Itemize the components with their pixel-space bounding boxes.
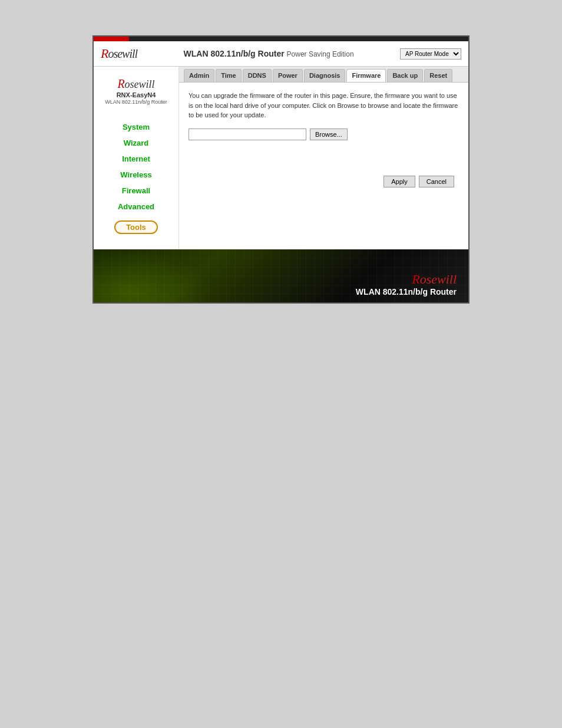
- sidebar-link-firewall[interactable]: Firewall: [122, 186, 150, 195]
- sidebar-link-internet[interactable]: Internet: [122, 154, 150, 163]
- sidebar-item-advanced[interactable]: Advanced: [94, 199, 178, 215]
- sidebar-link-wizard[interactable]: Wizard: [124, 139, 149, 147]
- footer-logo: Rosewill: [356, 272, 457, 287]
- nav-tabs-bar: Admin Time DDNS Power Diagnosis Firmware…: [179, 67, 468, 83]
- sidebar: Rosewill RNX-EasyN4 WLAN 802.11n/b/g Rou…: [94, 67, 179, 249]
- footer: Rosewill WLAN 802.11n/b/g Router: [94, 249, 468, 302]
- firmware-page-body: You can upgrade the firmware of the rout…: [179, 83, 468, 196]
- main-content: Admin Time DDNS Power Diagnosis Firmware…: [179, 67, 468, 249]
- sidebar-desc: WLAN 802.11n/b/g Router: [94, 99, 178, 105]
- sidebar-item-wizard[interactable]: Wizard: [94, 135, 178, 151]
- footer-model: WLAN 802.11n/b/g Router: [356, 287, 457, 297]
- mode-select[interactable]: AP Router Mode Client Mode Bridge Mode: [400, 48, 461, 60]
- page-title-sub: Power Saving Edition: [287, 50, 354, 58]
- tab-reset[interactable]: Reset: [424, 69, 452, 82]
- apply-button[interactable]: Apply: [384, 176, 415, 187]
- sidebar-link-wireless[interactable]: Wireless: [120, 170, 151, 179]
- tab-backup[interactable]: Back up: [387, 69, 423, 82]
- sidebar-logo: Rosewill: [94, 77, 178, 91]
- main-container: Rosewill WLAN 802.11n/b/g Router Power S…: [94, 41, 468, 302]
- tab-ddns[interactable]: DDNS: [243, 69, 272, 82]
- sidebar-link-advanced[interactable]: Advanced: [118, 202, 154, 211]
- sidebar-link-tools[interactable]: Tools: [126, 223, 146, 232]
- tab-admin[interactable]: Admin: [184, 69, 214, 82]
- tab-diagnosis[interactable]: Diagnosis: [304, 69, 346, 82]
- page-title-area: WLAN 802.11n/b/g Router Power Saving Edi…: [137, 49, 400, 58]
- main-wrapper: Rosewill WLAN 802.11n/b/g Router Power S…: [92, 35, 470, 304]
- sidebar-item-firewall[interactable]: Firewall: [94, 183, 178, 199]
- mode-select-wrapper[interactable]: AP Router Mode Client Mode Bridge Mode: [400, 48, 461, 60]
- firmware-file-input[interactable]: [189, 129, 306, 140]
- sidebar-link-system[interactable]: System: [123, 123, 150, 131]
- tab-power[interactable]: Power: [273, 69, 303, 82]
- page-title-main: WLAN 802.11n/b/g Router: [184, 49, 285, 58]
- firmware-description: You can upgrade the firmware of the rout…: [189, 91, 459, 120]
- content-area: Rosewill RNX-EasyN4 WLAN 802.11n/b/g Rou…: [94, 67, 468, 249]
- sidebar-brand: Rosewill RNX-EasyN4 WLAN 802.11n/b/g Rou…: [94, 73, 178, 114]
- tab-time[interactable]: Time: [216, 69, 241, 82]
- sidebar-item-internet[interactable]: Internet: [94, 151, 178, 167]
- footer-brand: Rosewill WLAN 802.11n/b/g Router: [356, 272, 457, 297]
- header-logo: Rosewill: [101, 46, 137, 61]
- sidebar-item-wireless[interactable]: Wireless: [94, 167, 178, 183]
- tab-firmware[interactable]: Firmware: [346, 69, 386, 82]
- sidebar-item-system[interactable]: System: [94, 119, 178, 135]
- header-logo-area: Rosewill: [101, 46, 137, 61]
- page-title: WLAN 802.11n/b/g Router Power Saving Edi…: [184, 49, 354, 58]
- sidebar-item-tools[interactable]: Tools: [94, 217, 178, 238]
- page-header: Rosewill WLAN 802.11n/b/g Router Power S…: [94, 41, 468, 67]
- firmware-form: Browse...: [189, 129, 459, 140]
- cancel-button[interactable]: Cancel: [419, 176, 454, 187]
- sidebar-model: RNX-EasyN4: [94, 91, 178, 99]
- sidebar-nav: System Wizard Internet Wireless Firewall: [94, 119, 178, 238]
- action-buttons: Apply Cancel: [189, 176, 459, 187]
- browse-button[interactable]: Browse...: [310, 129, 348, 140]
- top-bar: [94, 37, 468, 41]
